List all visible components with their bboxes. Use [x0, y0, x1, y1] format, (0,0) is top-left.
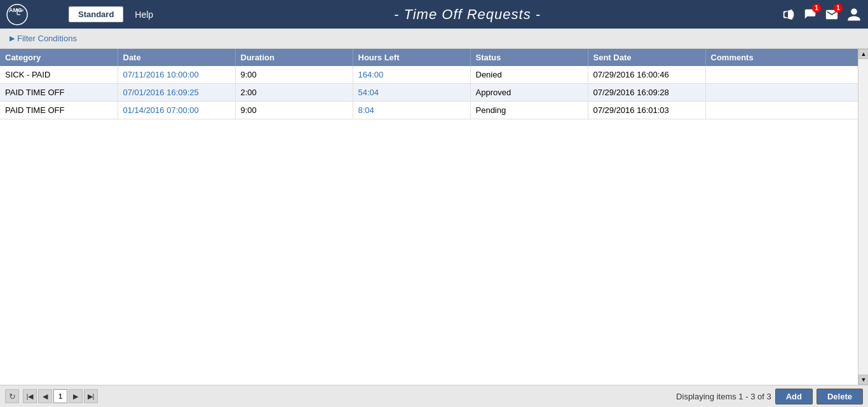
mail-icon[interactable]: 1 — [825, 8, 839, 22]
cell-hours-left: 54:04 — [353, 84, 470, 102]
cell-date: 07/11/2016 10:00:00 — [118, 66, 235, 84]
header-icons: 1 1 — [782, 7, 862, 22]
scroll-up-btn[interactable]: ▲ — [858, 49, 868, 59]
delete-button[interactable]: Delete — [817, 389, 863, 404]
main-content: ▶ Filter Conditions Category Date Durati… — [0, 29, 868, 407]
cell-category: PAID TIME OFF — [0, 102, 118, 119]
cell-category: SICK - PAID — [0, 66, 118, 84]
user-icon[interactable] — [846, 7, 862, 22]
cell-sent-date: 07/29/2016 16:01:03 — [588, 102, 705, 119]
col-header-hours-left: Hours Left — [353, 49, 470, 66]
cell-sent-date: 07/29/2016 16:00:46 — [588, 66, 705, 84]
page-title: - Time Off Requests - — [153, 6, 782, 23]
filter-label: Filter Conditions — [17, 34, 77, 43]
header: AMG time Standard Help - Time Off Reques… — [0, 0, 868, 29]
filter-arrow-icon: ▶ — [10, 34, 15, 43]
cell-comments — [705, 102, 858, 119]
table-row[interactable]: PAID TIME OFF01/14/2016 07:00:009:008:04… — [0, 102, 858, 119]
cell-duration: 9:00 — [235, 66, 353, 84]
svg-text:time: time — [18, 8, 24, 12]
table-row[interactable]: PAID TIME OFF07/01/2016 16:09:252:0054:0… — [0, 84, 858, 102]
pagination-left: ↻ |◀ ◀ 1 ▶ ▶| — [5, 389, 98, 403]
table-container: Category Date Duration Hours Left Status… — [0, 49, 858, 385]
display-info: Displaying items 1 - 3 of 3 — [676, 392, 771, 401]
bottom-right: Displaying items 1 - 3 of 3 Add Delete — [676, 389, 863, 404]
inbox-icon[interactable]: 1 — [803, 8, 817, 22]
add-button[interactable]: Add — [775, 389, 813, 404]
filter-bar: ▶ Filter Conditions — [0, 29, 868, 49]
cell-status: Pending — [470, 102, 588, 119]
page-prev-btn[interactable]: ◀ — [38, 389, 52, 403]
cell-status: Approved — [470, 84, 588, 102]
filter-toggle[interactable]: ▶ Filter Conditions — [10, 34, 77, 43]
col-header-status: Status — [470, 49, 588, 66]
mail-badge: 1 — [834, 4, 843, 13]
table-row[interactable]: SICK - PAID07/11/2016 10:00:009:00164:00… — [0, 66, 858, 84]
bottom-bar: ↻ |◀ ◀ 1 ▶ ▶| Displaying items 1 - 3 of … — [0, 385, 868, 407]
cell-date: 07/01/2016 16:09:25 — [118, 84, 235, 102]
table-body: SICK - PAID07/11/2016 10:00:009:00164:00… — [0, 66, 858, 119]
megaphone-icon[interactable] — [782, 8, 796, 22]
page-next-btn[interactable]: ▶ — [69, 389, 83, 403]
table-header-row: Category Date Duration Hours Left Status… — [0, 49, 858, 66]
data-table: Category Date Duration Hours Left Status… — [0, 49, 858, 119]
cell-comments — [705, 84, 858, 102]
col-header-date: Date — [118, 49, 235, 66]
cell-date: 01/14/2016 07:00:00 — [118, 102, 235, 119]
logo-area: AMG time Standard Help — [6, 3, 153, 26]
cell-duration: 2:00 — [235, 84, 353, 102]
cell-category: PAID TIME OFF — [0, 84, 118, 102]
cell-comments — [705, 66, 858, 84]
cell-hours-left: 8:04 — [353, 102, 470, 119]
col-header-sent-date: Sent Date — [588, 49, 705, 66]
col-header-category: Category — [0, 49, 118, 66]
cell-duration: 9:00 — [235, 102, 353, 119]
cell-status: Denied — [470, 66, 588, 84]
page-current[interactable]: 1 — [53, 389, 67, 403]
cell-hours-left: 164:00 — [353, 66, 470, 84]
col-header-duration: Duration — [235, 49, 353, 66]
refresh-button[interactable]: ↻ — [5, 389, 19, 403]
help-link[interactable]: Help — [135, 10, 153, 20]
logo: AMG time — [6, 3, 64, 26]
scrollbar[interactable]: ▲ ▼ — [858, 49, 868, 385]
col-header-comments: Comments — [705, 49, 858, 66]
page-last-btn[interactable]: ▶| — [84, 389, 98, 403]
cell-sent-date: 07/29/2016 16:09:28 — [588, 84, 705, 102]
scroll-down-btn[interactable]: ▼ — [858, 375, 868, 385]
standard-button[interactable]: Standard — [69, 6, 123, 22]
page-first-btn[interactable]: |◀ — [23, 389, 37, 403]
inbox-badge: 1 — [812, 4, 821, 13]
table-area: Category Date Duration Hours Left Status… — [0, 49, 868, 385]
